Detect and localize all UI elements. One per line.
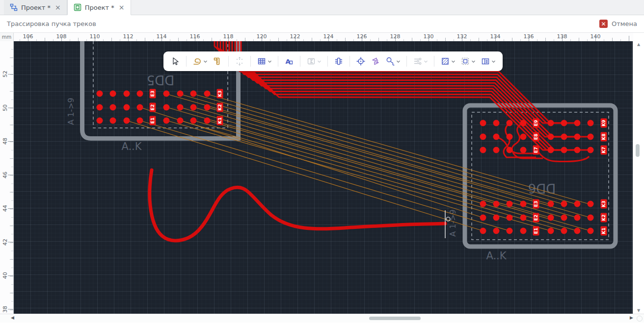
pad[interactable] bbox=[561, 201, 567, 207]
pad[interactable] bbox=[124, 91, 130, 97]
scroll-down-arrow[interactable]: ▼ bbox=[633, 308, 644, 313]
cancel-button[interactable]: ✕ Отмена bbox=[599, 20, 637, 28]
pad[interactable] bbox=[507, 228, 513, 234]
net-options-button[interactable] bbox=[411, 55, 430, 68]
pad[interactable] bbox=[204, 118, 211, 124]
tab-project-schematic[interactable]: Проект * × bbox=[4, 0, 67, 15]
pad[interactable] bbox=[574, 120, 581, 126]
text-button[interactable]: A bbox=[282, 55, 296, 68]
pad[interactable] bbox=[493, 201, 500, 207]
pad[interactable] bbox=[574, 201, 581, 207]
pad[interactable] bbox=[110, 91, 116, 97]
copper-pour-button[interactable] bbox=[438, 55, 457, 68]
pad[interactable] bbox=[137, 104, 143, 111]
flip-vertical-button[interactable] bbox=[369, 55, 382, 68]
horizontal-scroll-thumb[interactable] bbox=[369, 317, 421, 320]
pad[interactable] bbox=[561, 215, 567, 221]
pad[interactable] bbox=[493, 147, 500, 153]
zoom-trace-button[interactable] bbox=[383, 55, 402, 68]
properties-panel-button[interactable] bbox=[479, 55, 498, 68]
chevron-down-icon[interactable] bbox=[424, 60, 428, 63]
chevron-down-icon[interactable] bbox=[203, 60, 208, 63]
route-style-button[interactable] bbox=[190, 55, 210, 68]
pad[interactable] bbox=[561, 147, 567, 153]
table-button[interactable] bbox=[255, 55, 274, 68]
pad[interactable] bbox=[507, 120, 513, 126]
pad[interactable] bbox=[110, 104, 116, 111]
tab-project-pcb[interactable]: Проект * × bbox=[67, 0, 131, 15]
close-icon[interactable]: × bbox=[118, 4, 126, 11]
pad[interactable] bbox=[493, 215, 500, 221]
close-icon[interactable]: × bbox=[54, 4, 62, 11]
pad[interactable] bbox=[561, 134, 567, 140]
pad[interactable] bbox=[204, 91, 211, 97]
pad[interactable] bbox=[548, 134, 554, 140]
pad[interactable] bbox=[507, 147, 513, 153]
pad[interactable] bbox=[177, 104, 184, 111]
scroll-up-arrow[interactable]: ▲ bbox=[633, 42, 644, 47]
pad[interactable] bbox=[137, 118, 143, 124]
pad[interactable] bbox=[480, 215, 486, 221]
pad[interactable] bbox=[97, 91, 103, 97]
pad[interactable] bbox=[588, 228, 594, 234]
pad[interactable] bbox=[520, 120, 527, 126]
pad[interactable] bbox=[561, 120, 567, 126]
pad[interactable] bbox=[480, 147, 486, 153]
pad[interactable] bbox=[588, 147, 594, 153]
pad[interactable] bbox=[561, 228, 567, 234]
pad[interactable] bbox=[548, 201, 554, 207]
chevron-down-icon[interactable] bbox=[317, 60, 322, 63]
vertical-scrollbar[interactable]: ▲ ▼ bbox=[633, 41, 644, 314]
pad[interactable] bbox=[520, 228, 527, 234]
pad[interactable] bbox=[190, 104, 197, 111]
pad[interactable] bbox=[110, 118, 116, 124]
pad[interactable] bbox=[548, 147, 554, 153]
chevron-down-icon[interactable] bbox=[491, 60, 496, 63]
pad[interactable] bbox=[520, 147, 527, 153]
pad[interactable] bbox=[480, 134, 486, 140]
pad[interactable] bbox=[480, 201, 486, 207]
scroll-right-arrow[interactable]: ▶ bbox=[630, 315, 633, 320]
pad[interactable] bbox=[124, 118, 130, 124]
selection-area-button[interactable] bbox=[458, 55, 478, 68]
pad[interactable] bbox=[588, 215, 594, 221]
pad[interactable] bbox=[574, 147, 581, 153]
pad[interactable] bbox=[97, 118, 103, 124]
measure-ruler-button[interactable] bbox=[211, 55, 224, 68]
pad[interactable] bbox=[190, 91, 197, 97]
pad[interactable] bbox=[574, 134, 581, 140]
pad[interactable] bbox=[548, 228, 554, 234]
pad[interactable] bbox=[190, 118, 197, 124]
snap-center-button[interactable] bbox=[354, 55, 368, 68]
pad[interactable] bbox=[588, 201, 594, 207]
pcb-canvas[interactable]: DD5A..KA 1->9DD6A..KA 1->9 E3K3E2K2E1K1E… bbox=[14, 41, 633, 314]
pad[interactable] bbox=[480, 120, 486, 126]
pad[interactable] bbox=[507, 134, 513, 140]
pad[interactable] bbox=[574, 228, 581, 234]
pad[interactable] bbox=[480, 228, 486, 234]
pad[interactable] bbox=[520, 134, 527, 140]
chevron-down-icon[interactable] bbox=[268, 60, 272, 63]
pad[interactable] bbox=[520, 201, 527, 207]
scroll-left-arrow[interactable]: ◀ bbox=[11, 315, 14, 320]
sigma-button[interactable] bbox=[304, 55, 323, 68]
chevron-down-icon[interactable] bbox=[451, 60, 456, 63]
component-button[interactable] bbox=[332, 55, 346, 68]
grid-step-button[interactable] bbox=[233, 55, 246, 68]
select-tool-pointer-button[interactable] bbox=[168, 55, 182, 68]
horizontal-scrollbar[interactable]: ◀ ▶ bbox=[0, 314, 644, 323]
pad[interactable] bbox=[124, 104, 130, 111]
pad[interactable] bbox=[548, 120, 554, 126]
pad[interactable] bbox=[588, 120, 594, 126]
pad[interactable] bbox=[493, 134, 500, 140]
pad[interactable] bbox=[97, 104, 103, 111]
pad[interactable] bbox=[137, 91, 143, 97]
pad[interactable] bbox=[520, 215, 527, 221]
vertical-scroll-thumb[interactable] bbox=[636, 144, 640, 157]
pad[interactable] bbox=[163, 91, 170, 97]
pad[interactable] bbox=[493, 120, 500, 126]
chevron-down-icon[interactable] bbox=[396, 60, 401, 63]
pad[interactable] bbox=[574, 215, 581, 221]
pad[interactable] bbox=[163, 104, 170, 111]
pad[interactable] bbox=[204, 104, 211, 111]
